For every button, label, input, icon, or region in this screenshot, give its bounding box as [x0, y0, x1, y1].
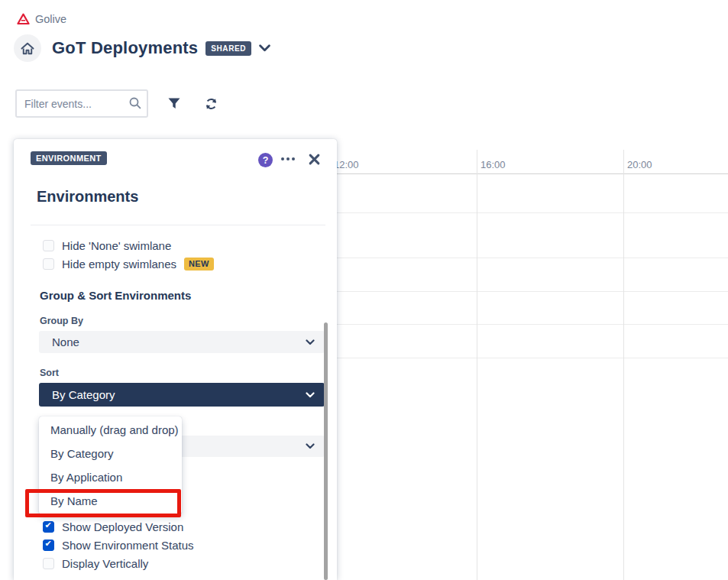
golive-app: 12:00 16:00 20:00 Golive GoT Deployments…: [0, 0, 728, 580]
group-by-value: None: [39, 335, 79, 348]
filter-events-input[interactable]: [15, 89, 148, 118]
checkbox-hide-empty-swimlanes[interactable]: Hide empty swimlanes NEW: [43, 256, 214, 271]
divider: [31, 225, 325, 225]
help-button[interactable]: ?: [258, 153, 273, 167]
checkbox-show-deployed-version[interactable]: Show Deployed Version: [43, 519, 183, 534]
checkbox[interactable]: [43, 240, 54, 251]
search-icon: [129, 97, 141, 109]
close-button[interactable]: [307, 152, 322, 167]
group-by-select[interactable]: None: [39, 331, 325, 353]
time-gridline-20: [623, 150, 624, 580]
checkbox-display-vertically[interactable]: Display Vertically: [43, 556, 148, 571]
brand-row: Golive: [17, 13, 66, 25]
new-badge: NEW: [184, 258, 214, 271]
menu-item-by-category[interactable]: By Category: [39, 442, 182, 465]
close-icon: [309, 154, 320, 165]
time-label: 20:00: [627, 159, 652, 170]
environment-type-badge: ENVIRONMENT: [31, 151, 107, 165]
golive-logo-icon: [17, 13, 30, 25]
home-icon: [21, 42, 34, 55]
checkbox-label: Hide 'None' swimlane: [62, 239, 171, 252]
filter-field: [15, 89, 148, 118]
question-mark-icon: ?: [263, 155, 269, 166]
brand-name: Golive: [35, 13, 66, 25]
panel-title: Environments: [37, 188, 138, 206]
swimlane-row-line: [321, 358, 728, 358]
swimlane-row-line: [321, 324, 728, 325]
title-row: GoT Deployments SHARED: [14, 34, 270, 62]
checkbox-label: Hide empty swimlanes: [62, 258, 176, 271]
ellipsis-icon: [281, 157, 284, 160]
toolbar: [15, 89, 221, 118]
checkbox-label: Show Deployed Version: [62, 520, 183, 533]
swimlane-row-line: [321, 291, 728, 292]
checkbox-label: Display Vertically: [62, 557, 148, 570]
time-gridline-16: [477, 150, 477, 580]
menu-item-by-name[interactable]: By Name: [39, 489, 182, 513]
sort-label: Sort: [40, 368, 59, 378]
menu-item-by-application[interactable]: By Application: [39, 465, 182, 489]
sort-select[interactable]: By Category: [39, 383, 325, 407]
swimlane-row-line: [321, 212, 728, 213]
group-sort-section-heading: Group & Sort Environments: [40, 289, 191, 302]
chevron-down-icon: [306, 339, 315, 345]
refresh-icon: [205, 98, 218, 110]
checkbox-show-environment-status[interactable]: Show Environment Status: [43, 537, 194, 552]
checkbox-hide-none-swimlane[interactable]: Hide 'None' swimlane: [43, 238, 171, 253]
more-options-button[interactable]: [281, 157, 295, 160]
sort-dropdown-menu: Manually (drag and drop) By Category By …: [39, 416, 182, 514]
chevron-down-icon: [306, 443, 315, 449]
checkbox[interactable]: [43, 539, 54, 551]
checkbox-label: Show Environment Status: [62, 539, 194, 552]
chevron-down-icon: [306, 392, 315, 398]
group-by-label: Group By: [40, 316, 83, 326]
checkbox[interactable]: [43, 558, 54, 569]
menu-item-manually[interactable]: Manually (drag and drop): [39, 418, 182, 442]
filter-funnel-button[interactable]: [165, 95, 183, 112]
swimlane-row-line: [321, 258, 728, 258]
title-chevron-down-icon[interactable]: [259, 44, 270, 52]
checkbox[interactable]: [43, 258, 54, 270]
home-button[interactable]: [14, 34, 41, 62]
page-title: GoT Deployments: [52, 38, 198, 58]
checkbox[interactable]: [43, 521, 54, 533]
refresh-button[interactable]: [202, 95, 221, 113]
panel-scrollbar-thumb[interactable]: [324, 322, 328, 580]
timeline-header-line: [321, 173, 728, 174]
filter-funnel-icon: [168, 98, 180, 109]
time-label: 16:00: [480, 159, 506, 170]
time-label: 12:00: [334, 159, 359, 170]
sort-value: By Category: [39, 388, 115, 401]
shared-badge: SHARED: [205, 41, 251, 56]
